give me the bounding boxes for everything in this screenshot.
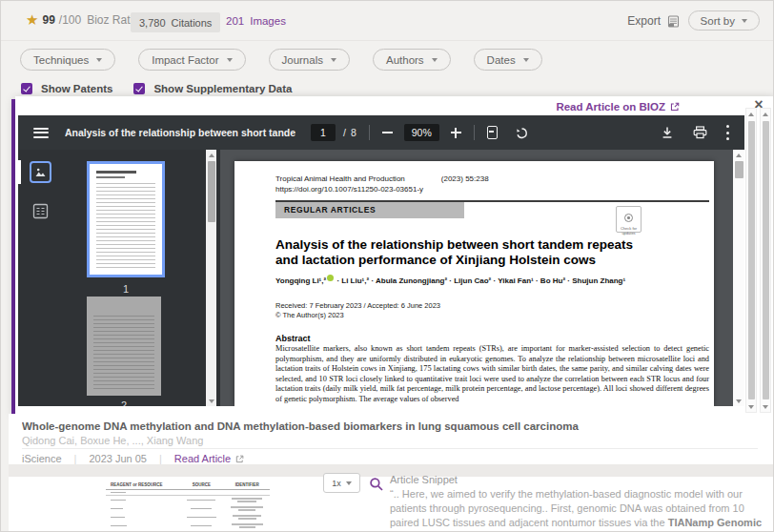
tab-citations[interactable]: 3,780 Citations	[131, 12, 220, 32]
toggles-row: Show Patents Show Supplementary Data	[21, 83, 292, 94]
checkbox-checked-icon[interactable]	[133, 83, 145, 94]
figure-table-thumbnail[interactable]: REAGENT or RESOURCE SOURCE IDENTIFIER	[106, 478, 270, 532]
filter-journals[interactable]: Journals	[269, 49, 350, 71]
article-snippet-heading: Article Snippet	[390, 474, 458, 485]
thumbnail-page-number: 1	[87, 283, 165, 295]
toolbar-divider	[474, 125, 475, 140]
export-button[interactable]: Export	[627, 14, 680, 28]
thumb-content-decor	[96, 183, 155, 269]
filter-label: Impact Factor	[152, 54, 218, 66]
modal-inner-scrollbar[interactable]	[745, 108, 757, 413]
toggle-show-patents[interactable]: Show Patents	[21, 83, 112, 94]
pdf-toolbar: Analysis of the relationship between sho…	[18, 115, 744, 150]
check-for-updates-badge: Check for updates	[616, 206, 642, 233]
scrollbar-thumb[interactable]	[735, 161, 743, 178]
thumbnail-page-number: 2	[85, 399, 163, 406]
scroll-up-arrow[interactable]	[733, 150, 744, 160]
meta-separator: |	[159, 453, 162, 464]
rating-score: 99	[42, 13, 54, 27]
filter-authors[interactable]: Authors	[373, 49, 451, 71]
filter-techniques[interactable]: Techniques	[20, 49, 115, 71]
filter-dates[interactable]: Dates	[474, 49, 542, 71]
page-total: 8	[351, 127, 356, 138]
scroll-up-arrow[interactable]	[761, 109, 770, 119]
rotate-button[interactable]	[515, 126, 529, 140]
text-size-dropdown[interactable]: 1x	[323, 473, 360, 493]
journal-line: Tropical Animal Health and Production (2…	[275, 174, 489, 183]
toggle-label: Show Supplementary Data	[153, 83, 292, 94]
download-icon[interactable]	[661, 126, 674, 139]
citation-authors: Qidong Cai, Boxue He, ..., Xiang Wang	[22, 435, 203, 446]
doi-link[interactable]: https://doi.org/10.1007/s11250-023-03651…	[275, 185, 423, 194]
chevron-down-icon	[523, 58, 529, 62]
sort-by-label: Sort by	[701, 15, 735, 27]
scrollbar-thumb[interactable]	[748, 121, 755, 399]
modal-outer-scrollbar[interactable]	[760, 108, 771, 413]
copyright-line: © The Author(s) 2023	[275, 311, 344, 319]
abstract-text: Microsatellite markers, also known as sh…	[275, 344, 709, 405]
scroll-down-arrow[interactable]	[761, 401, 770, 412]
chevron-down-icon	[432, 58, 438, 62]
received-accepted-line: Received: 7 February 2023 / Accepted: 6 …	[275, 301, 440, 310]
checkbox-checked-icon[interactable]	[21, 83, 32, 94]
citation-title[interactable]: Whole-genome DNA methylation and DNA met…	[22, 420, 756, 432]
bioz-product-page: 99 /100 Bioz Rating 3,780 Citations 201 …	[0, 0, 774, 532]
filter-impact-factor[interactable]: Impact Factor	[138, 49, 245, 71]
pdf-viewer: Analysis of the relationship between sho…	[18, 115, 744, 406]
pdf-page-1: Tropical Animal Health and Production (2…	[234, 161, 714, 406]
chevron-down-icon	[331, 58, 336, 62]
export-label: Export	[627, 14, 661, 28]
zoom-in-button[interactable]	[451, 128, 461, 138]
scroll-up-arrow[interactable]	[206, 150, 216, 160]
pdf-scrollbar[interactable]	[733, 150, 744, 406]
read-article-on-bioz-label: Read Article on BIOZ	[556, 101, 665, 113]
menu-icon[interactable]	[33, 128, 49, 138]
figure-table-header: REAGENT or RESOURCE SOURCE IDENTIFIER	[106, 482, 270, 490]
read-article-link[interactable]: Read Article	[174, 453, 244, 464]
scrollbar-thumb[interactable]	[208, 161, 215, 222]
print-icon[interactable]	[693, 126, 707, 139]
sidebar-selection-indicator	[18, 160, 21, 184]
scroll-down-arrow[interactable]	[746, 401, 756, 412]
fit-to-page-button[interactable]	[487, 126, 498, 139]
outline-view-icon[interactable]	[31, 201, 51, 221]
filter-label: Techniques	[33, 54, 89, 66]
filters-row: Techniques Impact Factor Journals Author…	[20, 49, 542, 71]
sort-by-dropdown[interactable]: Sort by	[688, 10, 760, 31]
check-updates-label: Check for updates	[617, 227, 641, 235]
images-count: 201	[226, 15, 244, 27]
chevron-down-icon	[346, 481, 352, 485]
page-number-input[interactable]: 1	[311, 124, 336, 141]
text-size-label: 1x	[332, 479, 341, 488]
toggle-show-supplementary[interactable]: Show Supplementary Data	[133, 83, 292, 94]
pdf-thumbnails-panel: 1 2	[62, 150, 220, 406]
page-thumbnail-2[interactable]	[87, 297, 161, 396]
citation-journal: iScience	[22, 453, 62, 464]
author-lead: Yongqing Li¹,²	[275, 276, 326, 285]
more-options-icon[interactable]	[726, 125, 730, 140]
filter-label: Journals	[282, 54, 323, 66]
figure-table-row	[106, 496, 270, 504]
tab-images[interactable]: 201 Images	[226, 15, 286, 27]
export-csv-icon	[667, 15, 680, 28]
authors-rest: · Li Liu¹,² · Abula Zunongjiang² · Lijun…	[335, 276, 625, 285]
thumbnails-scrollbar[interactable]	[206, 150, 216, 406]
chevron-down-icon	[742, 19, 747, 23]
top-bar: 99 /100 Bioz Rating 3,780 Citations 201 …	[1, 1, 773, 41]
zoom-out-button[interactable]	[382, 126, 393, 139]
page-thumbnail-1[interactable]	[87, 161, 165, 277]
thumb-content-decor	[93, 316, 154, 390]
search-icon[interactable]	[369, 477, 384, 492]
scroll-down-arrow[interactable]	[206, 396, 216, 406]
scroll-down-arrow[interactable]	[733, 396, 744, 406]
section-label: REGULAR ARTICLES	[275, 202, 464, 218]
figure-table-col: IDENTIFIER	[224, 482, 270, 487]
scrollbar-thumb[interactable]	[763, 121, 769, 399]
read-article-on-bioz-link[interactable]: Read Article on BIOZ	[556, 101, 680, 113]
divider	[22, 448, 758, 449]
scroll-up-arrow[interactable]	[746, 109, 756, 119]
article-preview-modal: Read Article on BIOZ Analysis of the rel…	[15, 96, 774, 414]
thumbnail-view-icon[interactable]	[30, 161, 51, 183]
paper-authors: Yongqing Li¹,² · Li Liu¹,² · Abula Zunon…	[275, 276, 625, 285]
paper-title: Analysis of the relationship between sho…	[275, 237, 633, 268]
